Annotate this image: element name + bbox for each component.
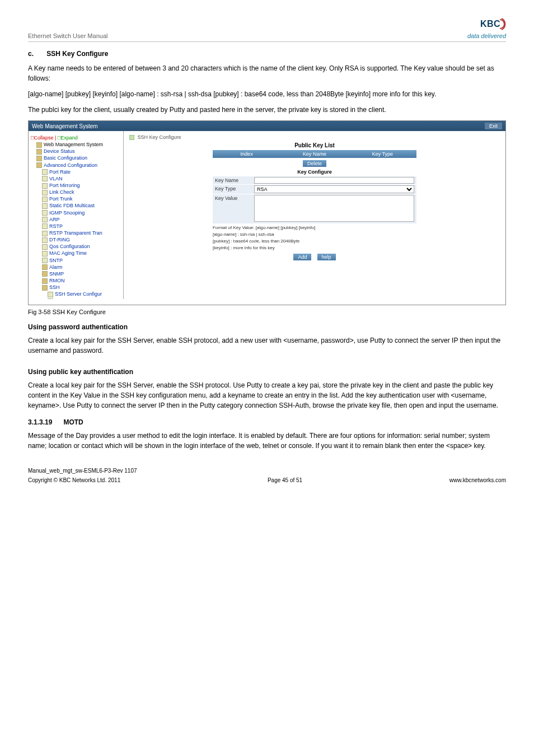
page-icon <box>129 135 134 140</box>
motd-heading-num: 3.1.3.19 <box>28 418 52 426</box>
tree-rmon[interactable]: RMON <box>42 277 121 284</box>
tree-arp[interactable]: ARP <box>42 216 121 223</box>
key-type-select[interactable]: RSA <box>254 185 414 193</box>
tree-basic-config[interactable]: Basic Configuration <box>36 155 121 161</box>
col-key-name: Key Name <box>280 150 348 158</box>
footer-copyright: Copyright © KBC Networks Ltd. 2011 <box>28 477 120 483</box>
hint-line-4: [keyinfo] : more info for this key <box>213 245 416 250</box>
page-footer: Manual_web_mgt_sw-ESML6-P3-Rev 1107 Copy… <box>28 468 506 483</box>
tree-ssh[interactable]: SSH <box>42 284 121 291</box>
delete-button[interactable]: Delete <box>303 160 326 167</box>
footer-page: Page 45 of 51 <box>268 477 302 483</box>
col-index: Index <box>213 150 280 158</box>
tree-link-check[interactable]: Link Check <box>42 189 121 195</box>
key-value-label: Key Value <box>213 194 252 223</box>
public-key-table-header: Index Key Name Key Type <box>213 150 416 158</box>
tree-rstp-transparent[interactable]: RSTP Transparent Tran <box>42 230 121 236</box>
tree-port-trunk[interactable]: Port Trunk <box>42 195 121 202</box>
publickey-auth-heading: Using public key authentification <box>28 368 506 376</box>
footer-doc-id: Manual_web_mgt_sw-ESML6-P3-Rev 1107 <box>28 468 506 474</box>
publickey-auth-p1: Create a local key pair for the SSH Serv… <box>28 380 506 410</box>
tree-vlan[interactable]: VLAN <box>42 175 121 182</box>
tree-device-status[interactable]: Device Status <box>36 148 121 155</box>
add-button[interactable]: Add <box>293 254 311 260</box>
tree-port-rate[interactable]: Port Rate <box>42 169 121 175</box>
section-c-heading: c. SSH Key Configure <box>28 50 506 58</box>
page-header: Ethernet Switch User Manual K B C data d… <box>28 17 506 42</box>
tree-qos-config[interactable]: Qos Configuration <box>42 243 121 250</box>
kbc-logo-icon: K B C <box>480 17 506 31</box>
svg-rect-4 <box>129 135 134 140</box>
key-name-input[interactable] <box>254 177 414 184</box>
motd-heading: 3.1.3.19 MOTD <box>28 418 506 426</box>
key-configure-title: Key Configure <box>129 169 500 175</box>
collapse-expand-toggle[interactable]: □Collapse | □Expand <box>31 135 78 141</box>
key-value-textarea[interactable] <box>254 195 414 222</box>
section-c-p3: The publci key for the client, usually c… <box>28 105 506 115</box>
window-title: Web Management System <box>32 123 98 129</box>
motd-p1: Message of the Day provides a user metho… <box>28 431 506 451</box>
motd-heading-text: MOTD <box>63 418 83 426</box>
manual-title: Ethernet Switch User Manual <box>28 32 107 39</box>
tree-snmp[interactable]: SNMP <box>42 270 121 277</box>
hint-line-1: Format of Key Value: [algo-name] [pubkey… <box>213 225 416 230</box>
tree-ssh-user-manager[interactable]: SSH User Manager <box>48 297 121 299</box>
help-button[interactable]: help <box>317 254 336 260</box>
ssh-key-configure-screenshot: Web Management System Exit □Collapse | □… <box>28 120 506 305</box>
logo-tagline: data delivered <box>467 32 506 39</box>
figure-caption: Fig 3-58 SSH Key Configure <box>28 309 506 315</box>
svg-text:K: K <box>480 19 487 29</box>
tree-alarm[interactable]: Alarm <box>42 264 121 270</box>
heading-prefix: c. <box>28 50 34 58</box>
tree-advanced-config[interactable]: Advanced Configuration <box>36 162 121 169</box>
footer-url: www.kbcnetworks.com <box>449 477 506 483</box>
tree-root[interactable]: Web Management System <box>36 141 121 148</box>
hint-line-3: [pubkey] : base64 code, less than 2048By… <box>213 239 416 244</box>
password-auth-p1: Create a local key pair for the SSH Serv… <box>28 335 506 356</box>
exit-button[interactable]: Exit <box>485 123 502 129</box>
heading-text: SSH Key Configure <box>46 50 108 58</box>
tree-dt-ring[interactable]: DT-RING <box>42 236 121 243</box>
breadcrumb: SSH Key Configure <box>129 134 500 140</box>
nav-tree: □Collapse | □Expand Web Management Syste… <box>29 131 124 299</box>
hint-line-2: [algo-name] : ssh-rsa | ssh-dsa <box>213 232 416 237</box>
tree-sntp[interactable]: SNTP <box>42 257 121 264</box>
tree-igmp-snooping[interactable]: IGMP Snooping <box>42 209 121 216</box>
tree-port-mirroring[interactable]: Port Mirroring <box>42 182 121 189</box>
svg-text:C: C <box>494 19 500 29</box>
section-c-p2: [algo-name] [pubkey] [keyinfo] [algo-nam… <box>28 89 506 99</box>
key-name-label: Key Name <box>213 176 252 184</box>
key-type-label: Key Type <box>213 185 252 194</box>
key-configure-form: Key Name Key Type RSA Key Value <box>213 176 416 223</box>
main-panel: SSH Key Configure Public Key List Index … <box>124 131 505 299</box>
password-auth-heading: Using password authentication <box>28 323 506 331</box>
public-key-list-title: Public Key List <box>129 142 500 148</box>
tree-ssh-server-config[interactable]: SSH Server Configur <box>48 291 121 297</box>
col-key-type: Key Type <box>349 150 416 158</box>
tree-static-fdb[interactable]: Static FDB Multicast <box>42 202 121 209</box>
logo-block: K B C data delivered <box>467 17 506 39</box>
tree-mac-aging[interactable]: MAC Aging Time <box>42 250 121 256</box>
section-c-p1: A Key name needs to be entered of betwee… <box>28 63 506 83</box>
window-titlebar: Web Management System Exit <box>29 121 505 131</box>
tree-rstp[interactable]: RSTP <box>42 223 121 230</box>
svg-text:B: B <box>487 19 494 29</box>
